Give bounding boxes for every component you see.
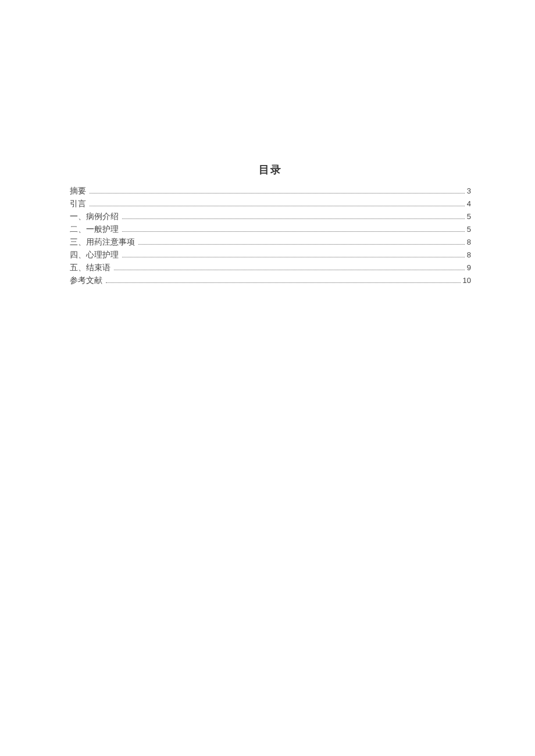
- toc-entry-page: 5: [467, 225, 471, 233]
- toc-entry-label: 一、病例介绍: [70, 213, 119, 221]
- toc-leader-dots: [122, 257, 465, 257]
- toc-entry-label: 参考文献: [70, 277, 102, 285]
- toc-entry[interactable]: 一、病例介绍 5: [70, 213, 471, 221]
- toc-leader-dots: [138, 244, 465, 245]
- toc-entry[interactable]: 五、结束语 9: [70, 264, 471, 272]
- toc-entry[interactable]: 摘要 3: [70, 187, 471, 195]
- toc-entry-label: 二、一般护理: [70, 225, 119, 234]
- document-page: 目录 摘要 3 引言 4 一、病例介绍 5 二、一般护理 5 三、用药注意事项 …: [0, 0, 535, 285]
- toc-entry-page: 10: [463, 277, 471, 284]
- toc-entry[interactable]: 二、一般护理 5: [70, 225, 471, 234]
- toc-entry-label: 三、用药注意事项: [70, 238, 135, 246]
- toc-entry-label: 四、心理护理: [70, 251, 119, 259]
- toc-entry[interactable]: 三、用药注意事项 8: [70, 238, 471, 246]
- toc-entry-page: 5: [467, 213, 471, 220]
- toc-entry-page: 8: [467, 251, 471, 259]
- toc-entry-page: 3: [467, 187, 471, 195]
- toc-entry-page: 8: [467, 238, 471, 246]
- toc-leader-dots: [90, 193, 465, 194]
- toc-list: 摘要 3 引言 4 一、病例介绍 5 二、一般护理 5 三、用药注意事项 8 四…: [70, 187, 471, 285]
- toc-title: 目录: [70, 163, 471, 177]
- toc-leader-dots: [114, 270, 465, 270]
- toc-leader-dots: [106, 282, 461, 283]
- toc-entry[interactable]: 参考文献 10: [70, 277, 471, 285]
- toc-leader-dots: [90, 206, 465, 206]
- toc-entry-page: 9: [467, 264, 471, 271]
- toc-entry[interactable]: 四、心理护理 8: [70, 251, 471, 259]
- toc-entry-page: 4: [467, 200, 471, 207]
- toc-leader-dots: [122, 218, 465, 219]
- toc-entry-label: 引言: [70, 200, 86, 208]
- toc-entry[interactable]: 引言 4: [70, 200, 471, 208]
- toc-leader-dots: [122, 231, 465, 232]
- toc-entry-label: 五、结束语: [70, 264, 110, 272]
- toc-entry-label: 摘要: [70, 187, 86, 195]
